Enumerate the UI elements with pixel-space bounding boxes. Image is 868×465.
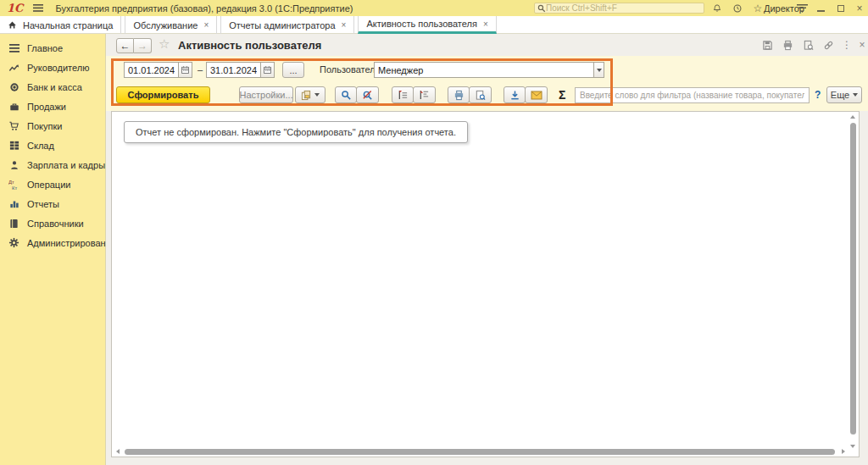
cancel-search-button[interactable] [356,86,379,103]
print-preview-icon[interactable] [801,39,815,51]
settings-button[interactable]: Настройки... [239,86,293,103]
restore-button[interactable] [834,2,848,14]
print-preview-icon [475,90,486,101]
totals-sigma-icon[interactable]: Σ [559,88,565,102]
vertical-scroll-thumb[interactable] [850,123,856,435]
global-search[interactable] [534,3,704,14]
sidebar-item-manager[interactable]: Руководителю [0,58,105,77]
sidebar-item-main[interactable]: Главное [0,38,105,58]
favorite-star-icon[interactable]: ☆ [159,36,170,52]
scroll-right-icon[interactable] [842,449,845,454]
forward-button[interactable]: → [134,38,152,53]
history-nav: ← → [116,38,152,53]
sidebar-item-operations[interactable]: ДтКт Операции [0,174,105,194]
print-icon[interactable] [781,39,794,51]
sidebar-item-bank-cash[interactable]: Банк и касса [0,77,105,97]
filter-input[interactable] [575,87,810,103]
person-icon [8,159,20,171]
expand-groups-icon [419,90,430,100]
date-to-field [206,62,275,78]
tab-user-activity[interactable]: Активность пользователя × [358,16,496,34]
user-input[interactable] [374,62,593,78]
sidebar-item-payroll-hr[interactable]: Зарплата и кадры [0,155,105,174]
more-menu-icon[interactable]: ⋮ [840,39,854,51]
get-link-icon[interactable] [821,39,835,51]
tab-maintenance[interactable]: Обслуживание × [125,16,217,34]
history-icon[interactable] [731,2,744,14]
titlebar: 1С Бухгалтерия предприятия (базовая), ре… [0,0,868,16]
date-to-input[interactable] [206,62,260,78]
report-variants-icon [301,90,312,101]
home-icon [8,20,17,30]
help-button[interactable]: ? [815,89,821,101]
close-tab-icon[interactable]: × [203,20,209,30]
back-button[interactable]: ← [116,38,134,53]
tab-label: Начальная страница [23,20,113,30]
horizontal-scrollbar[interactable] [114,448,848,456]
scroll-up-icon[interactable] [850,115,855,119]
svg-text:Кт: Кт [12,185,17,191]
collapse-groups-icon [398,90,409,100]
user-dropdown-button[interactable] [593,62,604,78]
scroll-left-icon[interactable] [116,449,120,454]
empty-report-message: Отчет не сформирован. Нажмите "Сформиров… [124,121,468,143]
horizontal-scroll-thumb[interactable] [125,449,835,455]
download-icon [509,90,520,101]
calendar-icon[interactable] [178,62,192,78]
sidebar-item-sales[interactable]: Продажи [0,97,105,116]
sidebar-item-reports[interactable]: Отчеты [0,194,105,213]
briefcase-icon [8,101,20,113]
more-actions-button[interactable]: Еще [826,86,862,103]
caret-down-icon [853,93,858,97]
1c-logo-icon: 1С [7,3,23,14]
envelope-icon [531,91,542,100]
sidebar-item-purchases[interactable]: Покупки [0,116,105,136]
save-icon[interactable] [760,39,774,51]
caret-down-icon [597,69,602,72]
favorites-icon[interactable]: ☆ [751,2,765,14]
close-tab-icon[interactable]: × [483,19,488,29]
caret-down-icon [314,93,320,97]
close-tab-icon[interactable]: × [342,20,347,30]
date-from-input[interactable] [124,62,178,78]
close-form-icon[interactable]: × [855,39,868,51]
calendar-icon[interactable] [260,62,275,78]
service-menu-icon[interactable] [795,2,809,14]
print-icon [453,90,465,101]
print-preview-button[interactable] [469,86,492,103]
more-actions-label: Еще [831,90,849,100]
report-variants-button[interactable] [295,86,326,103]
collapse-groups-button[interactable] [392,86,414,103]
search-icon [537,4,546,13]
main-menu-icon[interactable] [33,4,43,12]
notifications-icon[interactable] [710,2,724,14]
tab-bar: Начальная страница Обслуживание × Отчеты… [0,16,868,34]
dt-kt-icon: ДтКт [8,179,20,191]
tab-label: Отчеты администратора [229,20,335,30]
tab-admin-reports[interactable]: Отчеты администратора × [220,16,354,34]
print-button[interactable] [448,86,470,103]
search-button[interactable] [335,86,357,103]
close-window-button[interactable]: × [853,2,866,14]
minimize-button[interactable] [814,2,827,14]
save-to-file-button[interactable] [504,86,526,103]
main-panel: ← → ☆ Активность пользователя ⋮ × – [106,34,868,465]
report-area: Отчет не сформирован. Нажмите "Сформиров… [111,111,860,457]
tab-home[interactable]: Начальная страница [0,16,121,34]
cart-icon [8,120,20,132]
expand-groups-button[interactable] [413,86,436,103]
period-dash: – [198,64,203,75]
sidebar-item-administration[interactable]: Администрирование [0,233,105,252]
period-picker-button[interactable]: ... [282,62,304,78]
scroll-down-icon[interactable] [850,445,855,448]
send-by-email-button[interactable] [525,86,548,103]
generate-button[interactable]: Сформировать [116,86,210,103]
sidebar-item-directories[interactable]: Справочники [0,213,105,233]
global-search-input[interactable] [546,3,701,13]
page-title: Активность пользователя [178,39,321,52]
tab-label: Обслуживание [133,20,198,30]
trend-chart-icon [8,62,20,74]
vertical-scrollbar[interactable] [849,113,857,448]
sidebar-item-warehouse[interactable]: Склад [0,136,105,155]
grid-icon [8,140,20,152]
